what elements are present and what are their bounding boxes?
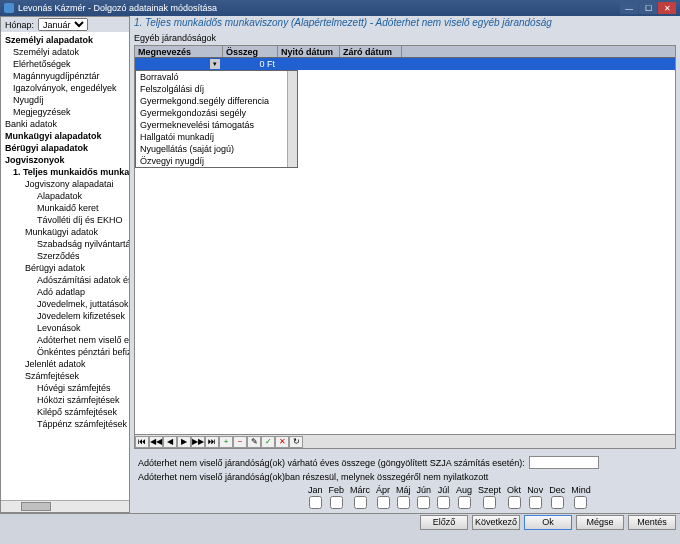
tree-node[interactable]: Megjegyzések: [1, 106, 129, 118]
nav-delete[interactable]: −: [233, 436, 247, 448]
month-checkbox[interactable]: [354, 496, 367, 509]
tree-node[interactable]: Magánnyugdíjpénztár: [1, 70, 129, 82]
tree-node[interactable]: Táppénz számfejtések: [1, 418, 129, 430]
month-label: Hónap:: [5, 20, 34, 30]
tree-node[interactable]: Alapadatok: [1, 190, 129, 202]
col-zaro[interactable]: Záró dátum: [340, 46, 402, 57]
tree-node[interactable]: Jövedelmek, juttatások: [1, 298, 129, 310]
tree-node[interactable]: Bérügyi adatok: [1, 262, 129, 274]
dropdown-item[interactable]: Nyugellátás (saját jogú): [136, 143, 297, 155]
megnevezes-dropdown: BorravalóFelszolgálási díjGyermekgond.se…: [135, 70, 298, 168]
month-checkbox[interactable]: [417, 496, 430, 509]
tree-node[interactable]: Hóvégi számfejtés: [1, 382, 129, 394]
month-label: Szept: [478, 485, 501, 495]
nav-add[interactable]: +: [219, 436, 233, 448]
month-label: Júl: [438, 485, 450, 495]
nav-next[interactable]: ▶: [177, 436, 191, 448]
tree-node[interactable]: Munkaügyi alapadatok: [1, 130, 129, 142]
dropdown-item[interactable]: Özvegyi nyugdíj: [136, 155, 297, 167]
tree-node[interactable]: Távolléti díj és EKHO: [1, 214, 129, 226]
dropdown-scrollbar[interactable]: [287, 71, 297, 167]
nav-edit[interactable]: ✎: [247, 436, 261, 448]
month-checkbox[interactable]: [330, 496, 343, 509]
next-button[interactable]: Következő: [472, 515, 520, 530]
tree-node[interactable]: Hóközi számfejtések: [1, 394, 129, 406]
tree-node[interactable]: Adóterhet nem viselő egyéb já: [1, 334, 129, 346]
tree-node[interactable]: Levonások: [1, 322, 129, 334]
tree-node[interactable]: Igazolványok, engedélyek: [1, 82, 129, 94]
tree-node[interactable]: Nyugdíj: [1, 94, 129, 106]
tree-node[interactable]: Személyi adatok: [1, 46, 129, 58]
dropdown-item[interactable]: Gyermekgond.segély differencia: [136, 95, 297, 107]
month-checkbox[interactable]: [508, 496, 521, 509]
month-checkbox[interactable]: [483, 496, 496, 509]
list-title: Egyéb járandóságok: [130, 31, 680, 45]
prev-button[interactable]: Előző: [420, 515, 468, 530]
minimize-button[interactable]: —: [620, 2, 638, 14]
nav-refresh[interactable]: ↻: [289, 436, 303, 448]
month-select[interactable]: Január: [38, 18, 88, 31]
tree-node[interactable]: Adó adatlap: [1, 286, 129, 298]
save-button[interactable]: Mentés: [628, 515, 676, 530]
dropdown-toggle-icon[interactable]: ▾: [210, 59, 220, 69]
nav-last[interactable]: ⏭: [205, 436, 219, 448]
tree-node[interactable]: Jövedelem kifizetések: [1, 310, 129, 322]
tree-node[interactable]: Banki adatok: [1, 118, 129, 130]
tree-node[interactable]: Munkaidő keret: [1, 202, 129, 214]
ok-button[interactable]: Ok: [524, 515, 572, 530]
tree-node[interactable]: Bérügyi alapadatok: [1, 142, 129, 154]
app-icon: [4, 3, 14, 13]
tree-node[interactable]: Elérhetőségek: [1, 58, 129, 70]
month-checkbox[interactable]: [574, 496, 587, 509]
col-nyito[interactable]: Nyitó dátum: [278, 46, 340, 57]
tree-node[interactable]: Kilépő számfejtések: [1, 406, 129, 418]
dropdown-item[interactable]: Gyermekgondozási segély: [136, 107, 297, 119]
maximize-button[interactable]: ☐: [639, 2, 657, 14]
col-megnevezes[interactable]: Megnevezés: [135, 46, 223, 57]
nav-cancel[interactable]: ✕: [275, 436, 289, 448]
nav-next-page[interactable]: ▶▶: [191, 436, 205, 448]
tree-node[interactable]: Adószámítási adatok és kedve: [1, 274, 129, 286]
sidebar-scrollbar[interactable]: [1, 500, 129, 512]
cancel-button[interactable]: Mégse: [576, 515, 624, 530]
dropdown-item[interactable]: Gyermeknevelési támogatás: [136, 119, 297, 131]
data-grid: Megnevezés Összeg Nyitó dátum Záró dátum…: [134, 45, 676, 435]
dropdown-item[interactable]: Felszolgálási díj: [136, 83, 297, 95]
bottom-form: Adóterhet nem viselő járandóság(ok) várh…: [130, 449, 680, 513]
month-checkbox[interactable]: [397, 496, 410, 509]
month-checkbox[interactable]: [458, 496, 471, 509]
month-label: Dec: [549, 485, 565, 495]
not-declared-label: Adóterhet nem viselő járandóság(ok)ban r…: [138, 472, 488, 482]
tree-node[interactable]: Szabadság nyilvántartás: [1, 238, 129, 250]
dropdown-item[interactable]: Borravaló: [136, 71, 297, 83]
month-checkbox[interactable]: [309, 496, 322, 509]
tree-node[interactable]: Szerződés: [1, 250, 129, 262]
tree-node[interactable]: Munkaügyi adatok: [1, 226, 129, 238]
nav-prev[interactable]: ◀: [163, 436, 177, 448]
grid-selected-row[interactable]: ▾ 0 Ft: [135, 58, 675, 70]
month-label: Jún: [417, 485, 432, 495]
month-checkbox[interactable]: [377, 496, 390, 509]
col-osszeg[interactable]: Összeg: [223, 46, 278, 57]
month-checkbox[interactable]: [529, 496, 542, 509]
month-label: Okt: [507, 485, 521, 495]
nav-prev-page[interactable]: ◀◀: [149, 436, 163, 448]
tree-node[interactable]: Jogviszonyok: [1, 154, 129, 166]
nav-first[interactable]: ⏮: [135, 436, 149, 448]
close-button[interactable]: ✕: [658, 2, 676, 14]
tree-node[interactable]: Önkéntes pénztári befizetések: [1, 346, 129, 358]
month-label: Márc: [350, 485, 370, 495]
month-label: Feb: [329, 485, 345, 495]
tree-node[interactable]: Jogviszony alapadatai: [1, 178, 129, 190]
tree-node[interactable]: Jelenlét adatok: [1, 358, 129, 370]
annual-sum-input[interactable]: [529, 456, 599, 469]
annual-sum-label: Adóterhet nem viselő járandóság(ok) várh…: [138, 458, 525, 468]
dropdown-item[interactable]: Hallgatói munkadíj: [136, 131, 297, 143]
selected-amount: 0 Ft: [223, 58, 278, 70]
month-checkbox[interactable]: [551, 496, 564, 509]
tree-node[interactable]: Személyi alapadatok: [1, 34, 129, 46]
nav-accept[interactable]: ✓: [261, 436, 275, 448]
tree-node[interactable]: 1. Teljes munkaidős munkaviszo: [1, 166, 129, 178]
month-checkbox[interactable]: [437, 496, 450, 509]
tree-node[interactable]: Számfejtések: [1, 370, 129, 382]
